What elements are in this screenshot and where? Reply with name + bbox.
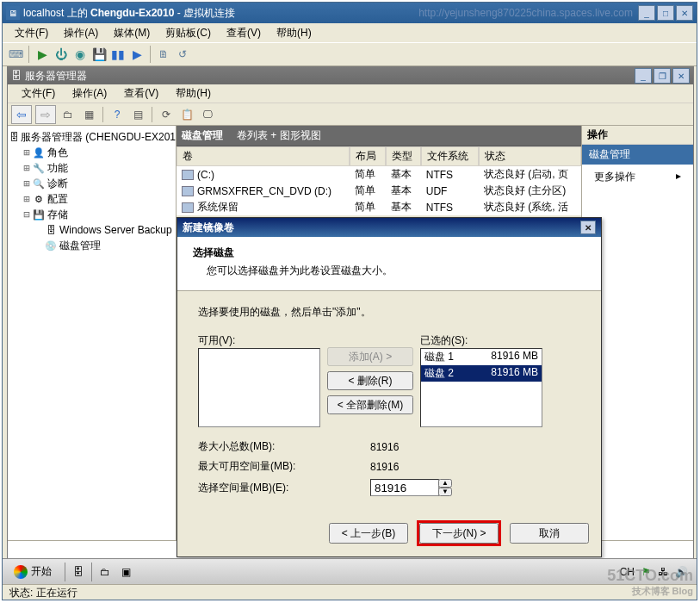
taskbar-cmd-icon[interactable]: ▣ bbox=[118, 564, 133, 580]
server-icon: 🗄 bbox=[9, 130, 19, 144]
vm-menu-action[interactable]: 操作(A) bbox=[57, 24, 105, 42]
dialog-close-button[interactable]: ✕ bbox=[580, 221, 596, 234]
tree-roles[interactable]: ⊞👤角色 bbox=[9, 145, 174, 160]
system-tray: CH ⚑ 🖧 🔊 bbox=[620, 566, 693, 578]
add-button[interactable]: 添加(A) > bbox=[327, 347, 413, 366]
snapshot-icon[interactable]: 🗎 bbox=[156, 47, 171, 62]
app-icon: 🗄 bbox=[11, 70, 22, 82]
taskbar-explorer-icon[interactable]: 🗀 bbox=[97, 564, 113, 580]
toolbar-refresh-icon[interactable]: ⟳ bbox=[158, 106, 175, 123]
tray-network-icon[interactable]: 🖧 bbox=[658, 566, 668, 578]
windows-orb-icon bbox=[14, 565, 28, 579]
selected-listbox[interactable]: 磁盘 181916 MB 磁盘 281916 MB bbox=[420, 348, 542, 427]
vm-window-controls: _ □ ✕ bbox=[638, 5, 693, 21]
toolbar-help-icon[interactable]: ? bbox=[108, 106, 126, 123]
app-menu-action[interactable]: 操作(A) bbox=[64, 84, 115, 103]
tree-wsb[interactable]: 🗄Windows Server Backup bbox=[9, 222, 174, 238]
disk-icon: 💿 bbox=[44, 239, 58, 252]
available-label: 可用(V): bbox=[198, 333, 320, 348]
reset-icon[interactable]: ▶ bbox=[129, 47, 145, 62]
vm-menu-file[interactable]: 文件(F) bbox=[8, 24, 55, 42]
volume-icon bbox=[182, 202, 194, 213]
turnoff-icon[interactable]: ⏻ bbox=[53, 47, 69, 62]
vm-status-text: 状态: 正在运行 bbox=[9, 587, 77, 599]
vm-menu-view[interactable]: 查看(V) bbox=[220, 24, 268, 42]
app-maximize[interactable]: ❐ bbox=[654, 68, 671, 84]
features-icon: 🔧 bbox=[32, 161, 46, 175]
selected-label: 已选的(S): bbox=[420, 333, 542, 348]
center-subtitle: 卷列表 + 图形视图 bbox=[237, 128, 321, 143]
spin-up-button[interactable]: ▲ bbox=[438, 479, 452, 488]
app-menu-help[interactable]: 帮助(H) bbox=[167, 84, 220, 103]
tree-features[interactable]: ⊞🔧功能 bbox=[9, 160, 174, 176]
volume-table[interactable]: 卷 布局 类型 文件系统 状态 (C:)简单基本NTFS状态良好 (启动, 页 … bbox=[177, 146, 581, 215]
toolbar-icon-1[interactable]: 🗀 bbox=[59, 106, 77, 123]
remove-all-button[interactable]: < 全部删除(M) bbox=[327, 395, 413, 414]
shutdown-icon[interactable]: ◉ bbox=[72, 47, 88, 62]
ctrl-alt-del-icon[interactable]: ⌨ bbox=[8, 47, 23, 62]
tree-pane[interactable]: 🗄 服务器管理器 (CHENGDU-EX2010 ⊞👤角色 ⊞🔧功能 ⊞🔍诊断 … bbox=[8, 126, 177, 540]
tree-diagnostics[interactable]: ⊞🔍诊断 bbox=[9, 176, 174, 191]
tray-volume-icon[interactable]: 🔊 bbox=[675, 566, 688, 578]
dialog-heading: 选择磁盘 bbox=[193, 246, 585, 260]
app-minimize[interactable]: _ bbox=[635, 68, 652, 84]
nav-forward[interactable]: ⇨ bbox=[35, 105, 56, 124]
toolbar-icon-4[interactable]: 🖵 bbox=[199, 106, 216, 123]
toolbar-icon-2[interactable]: ▦ bbox=[80, 106, 97, 123]
table-header-row: 卷 布局 类型 文件系统 状态 bbox=[177, 146, 581, 166]
header-watermark: http://yejunsheng870225china.spaces.live… bbox=[418, 7, 633, 19]
backup-icon: 🗄 bbox=[44, 223, 58, 237]
spin-down-button[interactable]: ▼ bbox=[438, 488, 452, 496]
revert-icon[interactable]: ↺ bbox=[175, 47, 190, 62]
tree-storage[interactable]: ⊟💾存储 bbox=[9, 207, 174, 222]
remove-button[interactable]: < 删除(R) bbox=[327, 371, 413, 390]
toolbar-props-icon[interactable]: 📋 bbox=[178, 106, 195, 123]
app-close[interactable]: ✕ bbox=[672, 68, 690, 84]
tree-disk-mgmt[interactable]: 💿磁盘管理 bbox=[9, 238, 174, 253]
app-menu-view[interactable]: 查看(V) bbox=[115, 84, 167, 103]
vm-menu-media[interactable]: 媒体(M) bbox=[107, 24, 157, 42]
cancel-button[interactable]: 取消 bbox=[510, 523, 589, 544]
toolbar-icon-3[interactable]: ▤ bbox=[129, 106, 146, 123]
nav-back[interactable]: ⇦ bbox=[11, 105, 32, 124]
vm-menubar: 文件(F) 操作(A) 媒体(M) 剪贴板(C) 查看(V) 帮助(H) bbox=[3, 23, 697, 42]
available-listbox[interactable] bbox=[198, 348, 320, 427]
tree-root[interactable]: 🗄 服务器管理器 (CHENGDU-EX2010 bbox=[9, 129, 174, 145]
chevron-right-icon: ▸ bbox=[676, 170, 681, 184]
list-item[interactable]: 磁盘 281916 MB bbox=[421, 365, 542, 382]
dialog-titlebar[interactable]: 新建镜像卷 ✕ bbox=[177, 218, 601, 237]
minimize-button[interactable]: _ bbox=[638, 5, 655, 21]
app-menu-file[interactable]: 文件(F) bbox=[13, 84, 64, 103]
taskbar: 开始 🗄 🗀 ▣ CH ⚑ 🖧 🔊 bbox=[3, 558, 697, 584]
max-space-value: 81916 bbox=[370, 461, 456, 473]
pause-icon[interactable]: ▮▮ bbox=[110, 47, 126, 62]
table-row[interactable]: (C:)简单基本NTFS状态良好 (启动, 页 bbox=[177, 166, 581, 183]
table-row[interactable]: 系统保留简单基本NTFS状态良好 (系统, 活 bbox=[177, 199, 581, 215]
vm-menu-clipboard[interactable]: 剪贴板(C) bbox=[158, 24, 218, 42]
dialog-hint: 选择要使用的磁盘，然后单击"添加"。 bbox=[198, 305, 580, 320]
volume-icon bbox=[182, 170, 194, 180]
start-button[interactable]: 开始 bbox=[6, 562, 59, 581]
close-button[interactable]: ✕ bbox=[676, 5, 693, 21]
vm-title: localhost 上的 Chengdu-Ex2010 - 虚拟机连接 bbox=[23, 6, 235, 21]
taskbar-server-icon[interactable]: 🗄 bbox=[71, 564, 86, 580]
back-button[interactable]: < 上一步(B) bbox=[329, 523, 408, 544]
action-more[interactable]: 更多操作▸ bbox=[582, 165, 693, 190]
volume-icon bbox=[182, 186, 194, 196]
lang-indicator[interactable]: CH bbox=[620, 566, 635, 578]
list-item[interactable]: 磁盘 181916 MB bbox=[421, 349, 542, 365]
dialog-title: 新建镜像卷 bbox=[183, 221, 234, 235]
table-row[interactable]: GRMSXFRER_CN_DVD (D:)简单基本UDF状态良好 (主分区) bbox=[177, 183, 581, 199]
maximize-button[interactable]: □ bbox=[657, 5, 674, 21]
tray-action-icon[interactable]: ⚑ bbox=[641, 566, 651, 578]
vm-menu-help[interactable]: 帮助(H) bbox=[269, 24, 319, 42]
save-icon[interactable]: 💾 bbox=[91, 47, 107, 62]
next-button[interactable]: 下一步(N) > bbox=[419, 523, 499, 544]
vm-titlebar[interactable]: 🖥 localhost 上的 Chengdu-Ex2010 - 虚拟机连接 ht… bbox=[3, 3, 697, 23]
app-titlebar[interactable]: 🗄 服务器管理器 _ ❐ ✕ bbox=[8, 67, 693, 84]
choose-space-input[interactable] bbox=[370, 479, 439, 496]
max-space-label: 最大可用空间量(MB): bbox=[198, 459, 370, 474]
hyper-v-icon: 🖥 bbox=[6, 6, 20, 20]
start-icon[interactable]: ▶ bbox=[34, 47, 50, 62]
tree-config[interactable]: ⊞⚙配置 bbox=[9, 191, 174, 207]
